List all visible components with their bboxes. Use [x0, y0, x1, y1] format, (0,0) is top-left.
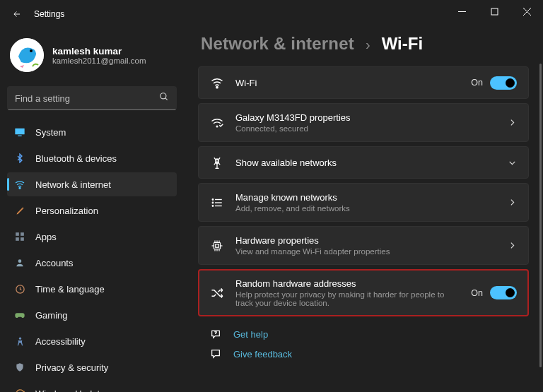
svg-rect-27 — [214, 242, 221, 249]
nav: System Bluetooth & devices Network & int… — [7, 120, 177, 392]
panel-manage-known[interactable]: Manage known networks Add, remove, and e… — [198, 183, 529, 222]
search-input[interactable] — [15, 93, 159, 104]
nav-label: Network & internet — [35, 179, 111, 190]
panel-show-available[interactable]: Show available networks — [198, 146, 529, 179]
nav-system[interactable]: System — [7, 120, 177, 144]
svg-rect-12 — [21, 232, 24, 236]
nav-label: Gaming — [35, 310, 68, 321]
panel-hardware-properties[interactable]: Hardware properties View and manage Wi-F… — [198, 226, 529, 265]
system-icon — [14, 126, 25, 138]
titlebar: Settings — [0, 0, 543, 28]
svg-rect-9 — [18, 136, 21, 136]
panel-title: Show available networks — [235, 158, 496, 168]
sidebar: kamlesh kumar kamlesh2011@gmail.com Syst… — [0, 28, 184, 392]
nav-label: Apps — [35, 232, 57, 242]
svg-line-7 — [165, 98, 168, 100]
svg-point-24 — [212, 198, 214, 200]
panel-title: Manage known networks — [235, 192, 496, 203]
feedback-icon — [209, 348, 222, 360]
svg-rect-8 — [15, 129, 24, 135]
panel-network-properties[interactable]: Galaxy M3143FD properties Connected, sec… — [198, 103, 529, 142]
profile-email: kamlesh2011@gmail.com — [52, 57, 146, 65]
chevron-right-icon — [508, 241, 517, 250]
panel-title: Galaxy M3143FD properties — [235, 112, 496, 123]
breadcrumb-parent[interactable]: Network & internet — [201, 34, 354, 54]
svg-point-6 — [160, 93, 166, 99]
content: Network & internet › Wi-Fi Wi-Fi On Gala… — [184, 28, 543, 392]
panel-title: Hardware properties — [235, 235, 496, 246]
accessibility-icon — [14, 335, 25, 347]
nav-privacy[interactable]: Privacy & security — [7, 355, 177, 379]
feedback-row: Give feedback — [198, 348, 529, 367]
svg-rect-11 — [16, 232, 19, 236]
profile[interactable]: kamlesh kumar kamlesh2011@gmail.com — [7, 34, 177, 83]
close-button[interactable] — [510, 0, 543, 23]
svg-point-10 — [19, 187, 21, 189]
nav-label: Privacy & security — [35, 362, 108, 373]
nav-network[interactable]: Network & internet — [7, 172, 177, 196]
svg-point-5 — [30, 49, 33, 52]
breadcrumb-current: Wi-Fi — [382, 34, 423, 54]
shuffle-icon — [210, 286, 224, 300]
nav-gaming[interactable]: Gaming — [7, 303, 177, 327]
profile-name: kamlesh kumar — [52, 46, 146, 57]
wifi-connected-icon — [210, 116, 224, 130]
back-button[interactable] — [3, 0, 31, 28]
gaming-icon — [14, 309, 25, 321]
nav-label: Accessibility — [35, 336, 86, 347]
chevron-right-icon — [508, 118, 517, 127]
accounts-icon — [14, 257, 25, 268]
minimize-button[interactable] — [445, 0, 478, 23]
chevron-right-icon: › — [366, 37, 370, 53]
panel-title: Random hardware addresses — [235, 278, 460, 289]
nav-accessibility[interactable]: Accessibility — [7, 329, 177, 353]
window-title: Settings — [34, 9, 64, 19]
svg-point-19 — [216, 126, 218, 127]
nav-update[interactable]: Windows Update — [7, 381, 177, 392]
panel-subtitle: Connected, secured — [235, 124, 496, 133]
panel-title: Wi-Fi — [235, 78, 460, 88]
get-help-row: Get help — [198, 321, 529, 348]
svg-rect-28 — [216, 244, 219, 247]
nav-label: Personalization — [35, 206, 98, 216]
nav-accounts[interactable]: Accounts — [7, 251, 177, 275]
antenna-icon — [210, 155, 224, 170]
search-icon — [159, 92, 169, 105]
svg-point-26 — [212, 205, 214, 206]
help-icon — [209, 328, 222, 340]
chevron-right-icon — [508, 198, 517, 207]
svg-point-18 — [216, 87, 218, 88]
panel-random-hardware[interactable]: Random hardware addresses Help protect y… — [198, 269, 529, 316]
get-help-link[interactable]: Get help — [233, 329, 268, 340]
update-icon — [14, 388, 25, 392]
nav-time[interactable]: Time & language — [7, 277, 177, 301]
search-box[interactable] — [7, 86, 177, 110]
chevron-down-icon — [508, 158, 517, 167]
wifi-toggle[interactable] — [490, 76, 517, 90]
svg-rect-13 — [16, 237, 19, 241]
network-icon — [14, 179, 25, 190]
apps-icon — [14, 231, 25, 242]
nav-personalization[interactable]: Personalization — [7, 198, 177, 222]
nav-label: Bluetooth & devices — [35, 153, 117, 164]
nav-apps[interactable]: Apps — [7, 225, 177, 249]
panel-subtitle: View and manage Wi-Fi adapter properties — [235, 247, 496, 256]
nav-label: Windows Update — [35, 388, 105, 393]
nav-bluetooth[interactable]: Bluetooth & devices — [7, 146, 177, 170]
list-icon — [210, 196, 224, 210]
privacy-icon — [14, 362, 25, 373]
panel-subtitle: Add, remove, and edit networks — [235, 204, 496, 213]
scrollbar[interactable] — [539, 64, 542, 367]
svg-rect-14 — [21, 237, 24, 241]
panel-wifi-toggle[interactable]: Wi-Fi On — [198, 66, 529, 99]
toggle-state: On — [471, 288, 483, 298]
time-icon — [14, 283, 25, 295]
avatar — [10, 38, 44, 72]
wifi-icon — [210, 76, 224, 90]
random-hw-toggle[interactable] — [490, 286, 517, 299]
svg-point-15 — [18, 259, 22, 263]
personalization-icon — [14, 205, 25, 216]
feedback-link[interactable]: Give feedback — [233, 349, 292, 360]
nav-label: Accounts — [35, 258, 73, 268]
maximize-button[interactable] — [478, 0, 510, 23]
